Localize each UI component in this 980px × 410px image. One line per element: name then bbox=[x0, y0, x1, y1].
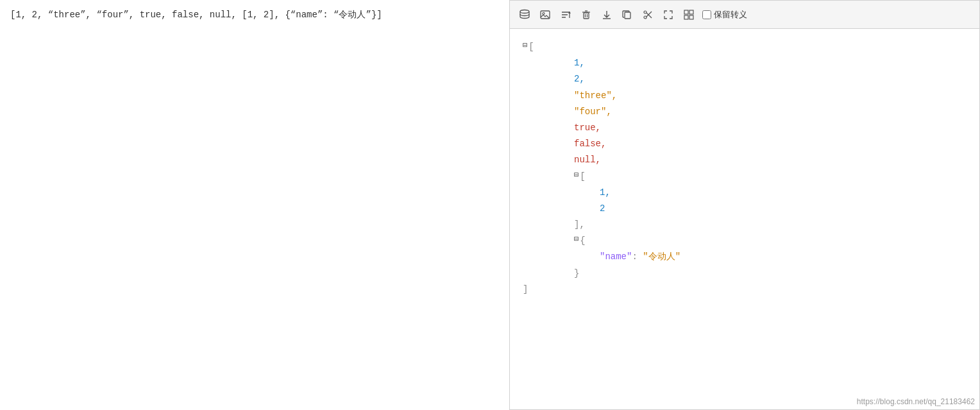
collapse-icon-subarray[interactable]: ⊟ bbox=[574, 169, 579, 183]
database-icon[interactable] bbox=[518, 8, 532, 22]
sub-object-bracket-open: { bbox=[580, 233, 585, 249]
item-four: "four", bbox=[523, 104, 967, 120]
object-entry-name: "name" : "令动人" bbox=[523, 249, 967, 265]
preserve-escape-checkbox[interactable]: 保留转义 bbox=[702, 9, 747, 21]
sub-object-open: ⊟ { bbox=[523, 233, 967, 249]
collapse-icon-subobject[interactable]: ⊟ bbox=[574, 233, 579, 247]
item-three: "three", bbox=[523, 88, 967, 104]
sub-object-bracket-close: } bbox=[574, 266, 579, 282]
sub-array-bracket-open: [ bbox=[580, 169, 585, 185]
object-value: "令动人" bbox=[643, 249, 680, 265]
item-null: null, bbox=[523, 152, 967, 168]
root-bracket-open: [ bbox=[528, 39, 534, 55]
sub-array-bracket-close: ], bbox=[574, 217, 585, 233]
delete-icon[interactable] bbox=[579, 8, 593, 22]
value-true: true, bbox=[574, 120, 601, 136]
collapse-icon-root[interactable]: ⊟ bbox=[523, 39, 527, 53]
sub-item-1: 1, bbox=[523, 185, 967, 201]
download-icon[interactable] bbox=[600, 8, 614, 22]
item-1: 1, bbox=[523, 55, 967, 71]
raw-json-text: [1, 2, “three”, “four”, true, false, nul… bbox=[10, 10, 382, 20]
svg-point-14 bbox=[644, 16, 646, 19]
sub-item-2: 2 bbox=[523, 201, 967, 217]
svg-point-2 bbox=[543, 12, 545, 14]
preserve-escape-input[interactable] bbox=[702, 10, 711, 19]
image-icon[interactable] bbox=[538, 8, 552, 22]
sub-array-open: ⊟ [ bbox=[523, 169, 967, 185]
sub-value-2: 2 bbox=[600, 201, 605, 217]
svg-point-15 bbox=[644, 11, 646, 13]
sub-value-1: 1, bbox=[600, 185, 611, 201]
object-colon: : bbox=[632, 249, 643, 265]
sort-icon[interactable] bbox=[559, 8, 573, 22]
item-false: false, bbox=[523, 136, 967, 152]
svg-rect-20 bbox=[684, 15, 688, 19]
value-2: 2, bbox=[574, 71, 585, 87]
preserve-escape-label: 保留转义 bbox=[714, 9, 747, 21]
value-false: false, bbox=[574, 136, 606, 152]
toolbar: 保留转义 bbox=[510, 1, 979, 29]
json-tree: ⊟ [ 1, 2, "three", "four", true, false, … bbox=[510, 29, 979, 409]
item-2: 2, bbox=[523, 71, 967, 87]
expand-icon[interactable] bbox=[661, 8, 675, 22]
watermark: https://blog.csdn.net/qq_21183462 bbox=[857, 397, 975, 406]
left-panel: [1, 2, “three”, “four”, true, false, nul… bbox=[0, 0, 510, 410]
sub-object-close: } bbox=[523, 266, 967, 282]
root-close-bracket: ] bbox=[523, 282, 967, 298]
right-panel: 保留转义 ⊟ [ 1, 2, "three", "four", true, bbox=[510, 0, 980, 410]
svg-rect-19 bbox=[689, 10, 693, 14]
grid-icon[interactable] bbox=[682, 8, 696, 22]
svg-rect-7 bbox=[584, 13, 589, 19]
copy-icon[interactable] bbox=[620, 8, 634, 22]
item-true: true, bbox=[523, 120, 967, 136]
svg-point-0 bbox=[520, 10, 529, 13]
svg-rect-18 bbox=[684, 10, 688, 14]
value-null: null, bbox=[574, 152, 601, 168]
value-three: "three", bbox=[574, 88, 617, 104]
value-1: 1, bbox=[574, 55, 585, 71]
value-four: "four", bbox=[574, 104, 612, 120]
object-key: "name" bbox=[600, 249, 632, 265]
svg-rect-13 bbox=[625, 12, 630, 19]
root-bracket-close: ] bbox=[523, 282, 528, 298]
sub-array-close: ], bbox=[523, 217, 967, 233]
root-open-bracket: ⊟ [ bbox=[523, 39, 967, 55]
svg-rect-21 bbox=[689, 15, 693, 19]
scissors-icon[interactable] bbox=[641, 8, 655, 22]
